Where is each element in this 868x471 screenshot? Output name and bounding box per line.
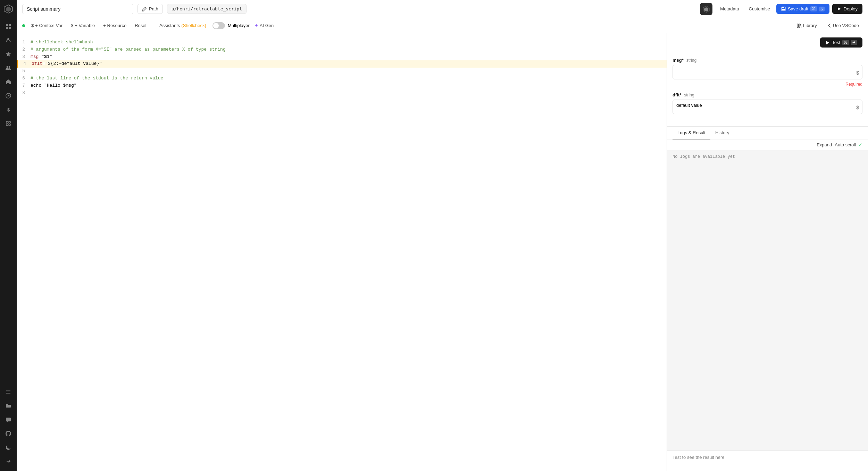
sidebar-item-puzzle[interactable] [2, 117, 15, 130]
param-input-dflt[interactable]: default value [673, 100, 862, 114]
test-kbd1: ⌘ [842, 40, 849, 45]
context-var-button[interactable]: $ + Context Var [28, 21, 66, 30]
context-var-label: + Context Var [35, 23, 62, 28]
sidebar-item-team[interactable] [2, 62, 15, 74]
test-button[interactable]: Test ⌘ ↵ [820, 37, 862, 48]
editor-panel: 1 # shellcheck shell=bash 2 # arguments … [17, 33, 667, 471]
logs-section: Logs & Result History Expand Auto scroll… [667, 127, 868, 471]
assistants-button[interactable]: Assistants (Shellcheck) [156, 21, 210, 30]
code-line-8: 8 [17, 89, 667, 97]
params-area: msg* string $ Required dflt* string [667, 52, 868, 127]
toolbar-right: Library Use VSCode [793, 21, 862, 30]
param-type-dflt: string [684, 93, 694, 97]
ai-gen-label: AI Gen [260, 23, 274, 28]
main-container: Path u/henri/retractable_script Metadata… [17, 0, 868, 471]
sidebar-item-discord[interactable] [2, 413, 15, 426]
param-input-msg[interactable] [673, 65, 862, 79]
vscode-icon [827, 23, 832, 28]
reset-button[interactable]: Reset [131, 21, 150, 30]
svg-marker-7 [6, 52, 11, 57]
code-line-1: 1 # shellcheck shell=bash [17, 39, 667, 46]
param-name-dflt: dflt* [673, 92, 681, 97]
svg-rect-16 [9, 124, 10, 126]
code-line-2: 2 # arguments of the form X="$I" are par… [17, 46, 667, 53]
logs-toolbar: Expand Auto scroll ✓ [667, 139, 868, 150]
auto-scroll-label: Auto scroll [835, 142, 856, 147]
path-button[interactable]: Path [137, 4, 163, 14]
assistants-label: Assistants [159, 23, 180, 28]
sidebar-item-play[interactable] [2, 89, 15, 102]
param-dollar-dflt: $ [856, 105, 859, 110]
use-vscode-button[interactable]: Use VSCode [823, 21, 862, 30]
svg-rect-5 [9, 27, 11, 29]
toolbar-separator [153, 22, 153, 29]
assistants-highlight: (Shellcheck) [181, 23, 206, 28]
save-icon [781, 7, 786, 11]
script-title-input[interactable] [22, 4, 133, 14]
svg-marker-11 [8, 95, 10, 97]
svg-rect-19 [6, 393, 10, 394]
tab-logs-result[interactable]: Logs & Result [673, 127, 710, 139]
right-panel: Test ⌘ ↵ msg* string $ Requ [667, 33, 868, 471]
sidebar-item-github[interactable] [2, 427, 15, 440]
svg-rect-2 [6, 24, 8, 26]
customise-button[interactable]: Customise [745, 4, 774, 14]
svg-rect-27 [799, 24, 800, 27]
param-group-dflt: dflt* string default value $ [673, 92, 862, 115]
param-dollar-msg: $ [856, 70, 859, 76]
sidebar-item-folder[interactable] [2, 400, 15, 412]
toolbar: $ + Context Var $ + Variable + Resource … [17, 18, 868, 33]
deploy-icon [837, 7, 842, 11]
auto-scroll-check[interactable]: ✓ [859, 142, 862, 147]
sidebar-item-dollar[interactable]: $ [2, 103, 15, 116]
sidebar-item-user[interactable] [2, 34, 15, 46]
svg-rect-23 [782, 7, 784, 8]
svg-rect-15 [6, 124, 8, 126]
save-draft-button[interactable]: Save draft ⌘ S [776, 4, 829, 14]
path-label: Path [149, 6, 158, 11]
ai-gen-button[interactable]: ✦ AI Gen [251, 21, 277, 30]
metadata-button[interactable]: Metadata [717, 4, 742, 14]
sidebar-item-star[interactable] [2, 48, 15, 60]
library-icon [797, 23, 802, 28]
sidebar-item-grid[interactable] [2, 20, 15, 33]
param-input-wrapper-msg: $ [673, 65, 862, 80]
sidebar-item-moon[interactable] [2, 441, 15, 454]
param-type-msg: string [686, 58, 696, 63]
use-vscode-label: Use VSCode [833, 23, 859, 28]
resource-button[interactable]: + Resource [100, 21, 130, 30]
svg-rect-17 [6, 391, 10, 391]
test-bar: Test ⌘ ↵ [667, 33, 868, 52]
resource-label: + Resource [103, 23, 126, 28]
variable-label: + Variable [75, 23, 95, 28]
svg-rect-24 [782, 9, 785, 10]
param-required-msg: Required [673, 82, 862, 87]
param-label-dflt: dflt* string [673, 92, 862, 97]
code-line-7: 7 echo "Hello $msg" [17, 82, 667, 89]
param-input-wrapper-dflt: default value $ [673, 100, 862, 115]
test-label: Test [832, 40, 840, 45]
content-area: 1 # shellcheck shell=bash 2 # arguments … [17, 33, 868, 471]
multiplayer-section: Multiplayer [212, 22, 250, 29]
library-button[interactable]: Library [793, 21, 820, 30]
topbar: Path u/henri/retractable_script Metadata… [17, 0, 868, 18]
code-line-4: 4 dflt="${2:-default value}" [17, 60, 667, 68]
play-icon [826, 41, 830, 45]
expand-label[interactable]: Expand [817, 142, 832, 147]
variable-button[interactable]: $ + Variable [67, 21, 98, 30]
library-label: Library [803, 23, 817, 28]
deploy-button[interactable]: Deploy [832, 4, 862, 14]
multiplayer-toggle[interactable] [212, 22, 225, 29]
svg-rect-4 [6, 27, 8, 29]
code-editor[interactable]: 1 # shellcheck shell=bash 2 # arguments … [17, 33, 667, 471]
svg-rect-14 [9, 121, 10, 123]
multiplayer-label: Multiplayer [228, 23, 250, 28]
sidebar-item-home[interactable] [2, 76, 15, 88]
status-indicator [22, 24, 25, 27]
tab-history[interactable]: History [710, 127, 734, 139]
sidebar-logo[interactable] [3, 3, 14, 15]
svg-rect-3 [9, 24, 11, 26]
sidebar-item-arrow-right[interactable] [2, 455, 15, 468]
sidebar-item-list[interactable] [2, 386, 15, 398]
svg-marker-1 [6, 7, 11, 12]
